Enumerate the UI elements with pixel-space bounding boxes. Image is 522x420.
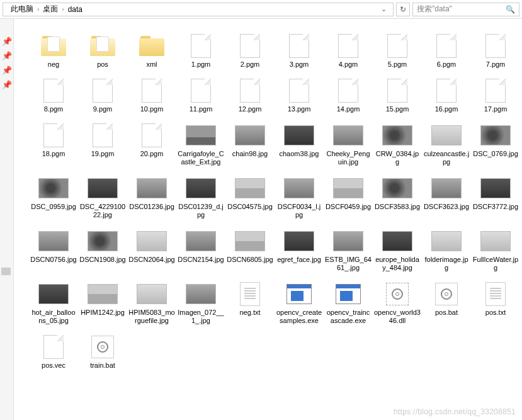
file-item[interactable]: DSCN0756.jpg [29,225,78,273]
file-item[interactable]: opencv_traincascade.exe [324,278,373,326]
file-label: chaom38.jpg [280,150,319,158]
file-item[interactable]: 10.pgm [127,75,176,115]
file-item[interactable]: train.bat [78,331,127,371]
file-item[interactable]: DSC01239_d.jpg [176,173,225,220]
file-grid: negposxml1.pgm2.pgm3.pgm4.pgm5.pgm6.pgm7… [29,30,522,376]
crumb-desktop[interactable]: 桌面 [40,4,60,14]
image-thumbnail [382,231,412,251]
file-item[interactable]: DSCN6805.jpg [225,225,275,273]
file-icon [289,79,309,103]
file-icon [387,34,407,58]
file-icon [289,34,309,58]
file-item[interactable]: 20.pgm [127,120,176,167]
crumb-root[interactable]: 此电脑 [8,4,36,14]
file-item[interactable]: 9.pgm [78,75,127,115]
pin-icon[interactable]: 📌 [0,37,13,46]
file-label: CRW_0384.jpg [374,150,421,166]
file-item[interactable]: DSCF3623.jpg [422,173,471,220]
file-item[interactable]: 6.pgm [422,30,471,70]
pin-icon[interactable]: 📌 [0,80,13,89]
file-item[interactable]: 11.pgm [176,75,225,115]
file-label: DSCN0756.jpg [30,256,76,264]
file-item[interactable]: DSC_0769.jpg [471,120,520,167]
file-item[interactable]: chaom38.jpg [275,120,324,167]
file-item[interactable]: DSCF0034_l.jpg [275,173,324,220]
file-item[interactable]: HPIM5083_morguefile.jpg [127,278,176,326]
search-placeholder: 搜索"data" [417,4,506,14]
file-item[interactable]: 4.pgm [324,30,373,70]
file-item[interactable]: 7.pgm [471,30,520,70]
file-item[interactable]: xml [127,30,176,70]
file-label: DSC_0959.jpg [31,203,76,211]
file-label: 4.pgm [339,60,358,69]
file-item[interactable]: chain98.jpg [225,120,275,167]
file-item[interactable]: 13.pgm [275,75,324,115]
pin-icon[interactable]: 📌 [0,65,13,75]
file-icon [191,34,211,58]
file-item[interactable]: neg [29,30,78,70]
file-item[interactable]: pos.txt [471,278,520,326]
file-list-pane[interactable]: negposxml1.pgm2.pgm3.pgm4.pgm5.pgm6.pgm7… [14,19,522,420]
file-item[interactable]: 12.pgm [225,75,275,115]
file-item[interactable]: DSCF3583.jpg [373,173,422,220]
file-item[interactable]: folderimage.jpg [422,225,471,273]
file-item[interactable]: 3.pgm [275,30,324,70]
file-item[interactable]: culzeancastle.jpg [422,120,471,167]
file-label: pos.txt [485,309,506,317]
file-item[interactable]: 14.pgm [324,75,373,115]
file-item[interactable]: hot_air_balloons_05.jpg [29,278,78,326]
file-item[interactable]: pos [78,30,127,70]
file-item[interactable]: 5.pgm [373,30,422,70]
file-item[interactable]: DSCN2154.jpg [176,225,225,273]
file-item[interactable]: DSC04575.jpg [225,173,275,220]
file-item[interactable]: Imagen_072__1_.jpg [176,278,225,326]
file-item[interactable]: 18.pgm [29,120,78,167]
file-item[interactable]: 15.pgm [373,75,422,115]
file-item[interactable]: 8.pgm [29,75,78,115]
pin-icon[interactable]: 📌 [0,51,13,60]
breadcrumb-dropdown-icon[interactable]: ⌄ [377,5,390,13]
file-item[interactable]: DSCN2064.jpg [127,225,176,273]
file-item[interactable]: DSCF3772.jpg [471,173,520,220]
file-icon [240,34,260,58]
file-item[interactable]: pos.bat [422,278,471,326]
file-item[interactable]: europe_holiday_484.jpg [373,225,422,273]
file-item[interactable]: DSC_422910022.jpg [78,173,127,220]
crumb-folder[interactable]: data [65,5,85,14]
file-label: 7.pgm [486,60,506,69]
watermark-text: https://blog.csdn.net/qq_33208851 [394,407,516,416]
image-thumbnail [480,178,511,198]
file-item[interactable]: 19.pgm [78,120,127,167]
file-item[interactable]: FullIceWater.jpg [471,225,520,273]
file-item[interactable]: ESTB_IMG_6461_.jpg [324,225,373,273]
file-item[interactable]: neg.txt [225,278,275,326]
file-item[interactable]: 1.pgm [176,30,225,70]
file-item[interactable]: opencv_createsamples.exe [275,278,324,326]
file-item[interactable]: HPIM1242.jpg [78,278,127,326]
file-item[interactable]: Carrigafoyle_Castle_Ext.jpg [176,120,225,167]
file-item[interactable]: Cheeky_Penguin.jpg [324,120,373,167]
file-item[interactable]: CRW_0384.jpg [373,120,422,167]
file-item[interactable]: DSCN1908.jpg [78,225,127,273]
breadcrumb[interactable]: 此电脑 › 桌面 › data ⌄ [3,3,394,16]
file-item[interactable]: pos.vec [29,331,78,371]
file-item[interactable]: 16.pgm [422,75,471,115]
file-item[interactable]: DSC_0959.jpg [29,173,78,220]
file-label: 3.pgm [290,60,309,69]
file-label: DSC01239_d.jpg [178,203,224,219]
file-item[interactable]: opencv_world346.dll [373,278,422,326]
file-item[interactable]: egret_face.jpg [275,225,324,273]
file-item[interactable]: 2.pgm [225,30,275,70]
file-icon [93,79,113,103]
address-bar-row: 此电脑 › 桌面 › data ⌄ ↻ 搜索"data" 🔍 [0,0,522,19]
file-label: train.bat [90,361,115,370]
search-input[interactable]: 搜索"data" 🔍 [412,3,519,16]
refresh-button[interactable]: ↻ [396,3,410,16]
file-item[interactable]: DSC01236.jpg [127,173,176,220]
file-icon [43,335,64,359]
file-icon [436,79,457,103]
image-thumbnail [137,178,167,198]
file-item[interactable]: DSCF0459.jpg [324,173,373,220]
file-item[interactable]: 17.pgm [471,75,520,115]
scrollbar-thumb[interactable] [1,268,11,275]
